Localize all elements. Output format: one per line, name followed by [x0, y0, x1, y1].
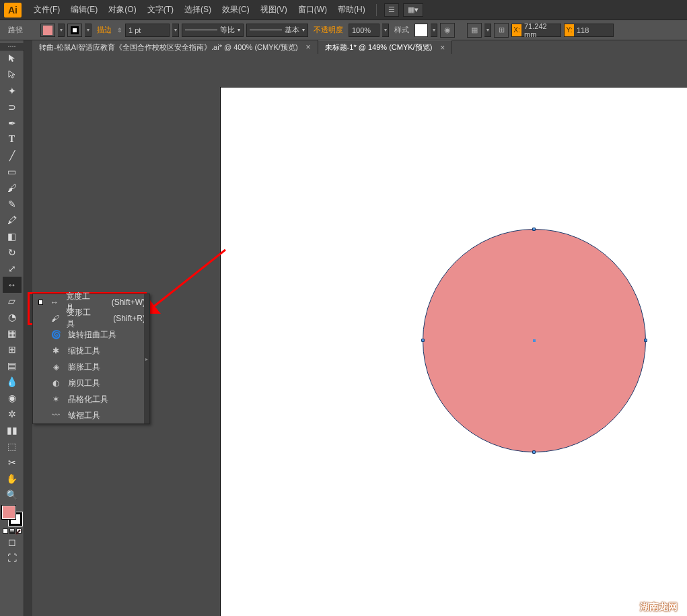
menu-effect[interactable]: 效果(C) [217, 4, 255, 15]
watermark-baidu: Baidu 经验 jingyan.baidu.com [578, 569, 679, 604]
doc-tab-title: 未标题-1* @ 149% (CMYK/预览) [325, 42, 433, 53]
doc-tab-2[interactable]: 未标题-1* @ 149% (CMYK/预览) × [318, 40, 453, 54]
width-tool-flyout: ↔ 宽度工具 (Shift+W) 🖌 变形工具 (Shift+R) 🌀 旋转扭曲… [32, 294, 150, 424]
flyout-twirl-tool[interactable]: 🌀 旋转扭曲工具 [33, 327, 149, 343]
opacity-field[interactable]: 100% [349, 24, 379, 37]
stroke-weight-dropdown[interactable]: ▾ [172, 24, 179, 37]
magic-wand-tool[interactable]: ✦ [3, 83, 22, 99]
tools-panel: ✦ ⊃ ✒ T ╱ ▭ 🖌 ✎ 🖍 ◧ ↻ ⤢ ↔ ▱ ◔ ▦ ⊞ ▤ 💧 ◉ … [0, 40, 24, 616]
flyout-crystallize-tool[interactable]: ✶ 晶格化工具 [33, 391, 149, 407]
menu-select[interactable]: 选择(S) [179, 4, 217, 15]
flyout-scallop-tool[interactable]: ◐ 扇贝工具 [33, 375, 149, 391]
brush-basic[interactable]: 基本 ▾ [246, 24, 308, 37]
stroke-weight-field[interactable]: 1 pt [125, 24, 170, 37]
rotate-tool[interactable]: ↻ [3, 244, 22, 261]
blend-tool[interactable]: ◉ [3, 390, 22, 406]
graphic-style-swatch[interactable] [414, 24, 428, 37]
menu-object[interactable]: 对象(O) [103, 4, 141, 15]
type-tool[interactable]: T [3, 131, 22, 147]
x-coord[interactable]: X:71.242 mm [511, 24, 561, 37]
watermark-source: 湖南龙网 [640, 601, 678, 613]
drawing-mode-normal[interactable]: ◻ [3, 534, 22, 550]
flyout-wrinkle-tool[interactable]: 〰 皱褶工具 [33, 407, 149, 423]
arrange-icon[interactable]: ▦▾ [403, 3, 423, 17]
anchor-point[interactable] [532, 450, 536, 454]
fill-dropdown[interactable]: ▾ [58, 24, 65, 37]
selection-type-label: 路径 [8, 25, 23, 35]
mesh-tool[interactable]: ⊞ [3, 341, 22, 357]
flyout-warp-tool[interactable]: 🖌 变形工具 (Shift+R) [33, 310, 149, 327]
warp-tool-icon: 🖌 [50, 314, 59, 323]
anchor-point[interactable] [421, 339, 425, 342]
style-dropdown[interactable]: ▾ [431, 24, 437, 37]
ellipse-shape[interactable] [423, 229, 646, 452]
fill-stroke-control[interactable] [2, 506, 22, 526]
flyout-pucker-tool[interactable]: ✱ 缩拢工具 [33, 343, 149, 359]
close-tab-icon[interactable]: × [440, 43, 445, 53]
doc-setup-icon[interactable]: ☰ [384, 3, 399, 17]
hand-tool[interactable]: ✋ [3, 471, 22, 487]
center-point [533, 339, 536, 342]
screen-mode[interactable]: ⛶ [3, 550, 22, 566]
style-label: 样式 [394, 25, 409, 35]
align-panel-icon[interactable]: ▦ [467, 23, 482, 38]
width-tool[interactable]: ↔ [3, 277, 22, 293]
stroke-label[interactable]: 描边 [97, 25, 112, 35]
flyout-tearoff[interactable]: ▸ [144, 294, 149, 423]
menu-window[interactable]: 窗口(W) [293, 4, 332, 15]
app-logo: Ai [4, 3, 22, 18]
opacity-dropdown[interactable]: ▾ [382, 24, 389, 37]
artboard-tool[interactable]: ⬚ [3, 438, 22, 454]
eraser-tool[interactable]: ◧ [3, 228, 22, 244]
stroke-dropdown[interactable]: ▾ [85, 24, 92, 37]
fill-swatch[interactable] [40, 24, 55, 37]
y-coord[interactable]: Y:118 [564, 24, 614, 37]
selection-tool[interactable] [3, 50, 22, 67]
rectangle-tool[interactable]: ▭ [3, 164, 22, 180]
zoom-tool[interactable]: 🔍 [3, 487, 22, 503]
doc-tab-title: 转曲-松鼠AI智适应教育《全国合作校校区安全指南》.ai* @ 400% (CM… [39, 42, 298, 53]
tools-tearoff[interactable] [0, 43, 24, 50]
stroke-swatch[interactable] [67, 24, 82, 37]
scale-tool[interactable]: ⤢ [3, 261, 22, 277]
perspective-grid-tool[interactable]: ▦ [3, 325, 22, 341]
flyout-bloat-tool[interactable]: ◈ 膨胀工具 [33, 359, 149, 375]
menu-help[interactable]: 帮助(H) [332, 4, 371, 15]
bloat-tool-icon: ◈ [50, 362, 61, 372]
menu-edit[interactable]: 编辑(E) [65, 4, 103, 15]
close-tab-icon[interactable]: × [306, 42, 311, 52]
lasso-tool[interactable]: ⊃ [3, 99, 22, 115]
menu-type[interactable]: 文字(T) [142, 4, 179, 15]
menu-separator [376, 4, 377, 16]
slice-tool[interactable]: ✂ [3, 454, 22, 471]
scallop-tool-icon: ◐ [50, 378, 61, 388]
anchor-point[interactable] [532, 228, 536, 231]
menu-file[interactable]: 文件(F) [28, 4, 65, 15]
color-mode-swatches[interactable] [3, 528, 22, 534]
symbol-sprayer-tool[interactable]: ✲ [3, 406, 22, 422]
menu-view[interactable]: 视图(V) [255, 4, 293, 15]
artboard [221, 88, 687, 616]
gradient-tool[interactable]: ▤ [3, 357, 22, 374]
pencil-tool[interactable]: ✎ [3, 196, 22, 212]
blob-brush-tool[interactable]: 🖍 [3, 212, 22, 228]
crystallize-tool-icon: ✶ [50, 395, 61, 404]
paintbrush-tool[interactable]: 🖌 [3, 180, 22, 196]
recolor-icon[interactable]: ◉ [440, 23, 455, 38]
shape-builder-tool[interactable]: ◔ [3, 309, 22, 325]
align-dropdown[interactable]: ▾ [484, 24, 491, 37]
profile-uniform[interactable]: 等比 ▾ [182, 24, 244, 37]
direct-selection-tool[interactable] [3, 67, 22, 83]
eyedropper-tool[interactable]: 💧 [3, 374, 22, 390]
free-transform-tool[interactable]: ▱ [3, 293, 22, 309]
doc-tab-1[interactable]: 转曲-松鼠AI智适应教育《全国合作校校区安全指南》.ai* @ 400% (CM… [32, 40, 318, 54]
pen-tool[interactable]: ✒ [3, 115, 22, 131]
document-tabs: 转曲-松鼠AI智适应教育《全国合作校校区安全指南》.ai* @ 400% (CM… [32, 40, 687, 54]
collapsed-panel-strip[interactable] [24, 40, 32, 616]
column-graph-tool[interactable]: ▮▮ [3, 422, 22, 438]
opacity-label[interactable]: 不透明度 [314, 25, 343, 35]
twirl-tool-icon: 🌀 [50, 330, 61, 339]
transform-icon[interactable]: ⊞ [494, 23, 509, 38]
line-tool[interactable]: ╱ [3, 147, 22, 164]
anchor-point[interactable] [644, 339, 647, 342]
